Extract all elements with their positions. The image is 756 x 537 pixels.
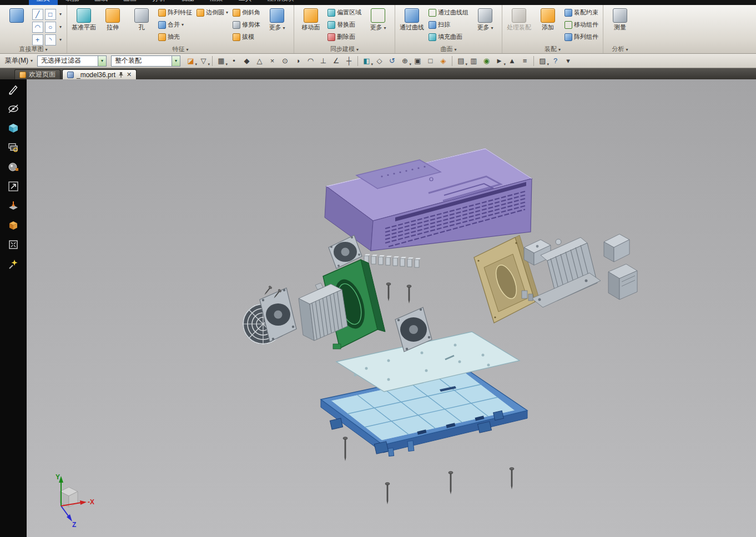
sketch-button[interactable] [3, 6, 31, 23]
exploded-view-icon[interactable] [5, 218, 22, 232]
offset-region-button[interactable]: 偏置区域 [326, 7, 363, 18]
chevron-down-icon[interactable]: ▾ [59, 25, 62, 29]
edge-blend-button[interactable]: 边倒圆 ▾ [195, 7, 230, 18]
ribbon-tab-surface[interactable]: 曲面 [115, 0, 144, 5]
chevron-down-icon[interactable]: ▾ [59, 12, 62, 17]
wireframe-display-icon[interactable]: ◇ [374, 55, 385, 67]
tab-model36-prt[interactable]: _model36.prt ✕ [62, 69, 137, 79]
palette-icon[interactable]: ▨▾ [537, 55, 548, 67]
snap-arc-center-icon[interactable]: ⊙ [279, 55, 291, 67]
part-screw[interactable] [448, 472, 453, 494]
part-screw[interactable] [510, 468, 514, 489]
fillet-tool-button[interactable]: ◝ [45, 34, 56, 45]
move-component-button[interactable]: 移动组件 [563, 19, 600, 31]
view-triad[interactable]: Y Z -X [56, 473, 94, 529]
part-screw[interactable] [385, 483, 390, 504]
section-view-icon[interactable] [5, 199, 22, 213]
exploded-assembly-canvas[interactable]: Y Z -X [27, 79, 756, 537]
part-screw[interactable] [343, 437, 347, 461]
viewport-3d[interactable]: Y Z -X [27, 79, 756, 537]
delete-face-button[interactable]: 删除面 [326, 31, 363, 43]
snap-midpoint-icon[interactable]: △ [254, 55, 265, 67]
snap-quadrant-icon[interactable]: ◑ [292, 55, 304, 67]
selection-scope-icon[interactable]: ◪▾ [185, 55, 196, 67]
more-commands-icon[interactable]: ▾ [562, 55, 574, 67]
close-tab-button[interactable]: ✕ [127, 72, 132, 78]
group-label-surface[interactable]: 曲面 ▾ [395, 45, 502, 53]
point-tool-button[interactable]: + [32, 34, 43, 45]
help-icon[interactable]: ? [550, 55, 561, 67]
process-assembly-button[interactable]: 处理装配 [505, 6, 533, 32]
selection-filter-dropdown[interactable]: 无选择过滤器 ▾ [37, 55, 107, 67]
visual-effects-icon[interactable] [5, 257, 22, 271]
rectangle-tool-button[interactable]: □ [45, 9, 56, 20]
measure-button[interactable]: 测量 [606, 6, 634, 32]
ribbon-tab-curve[interactable]: 曲线 [87, 0, 115, 5]
replace-face-button[interactable]: 替换面 [326, 19, 363, 31]
snap-settings-icon[interactable]: ▦▾ [215, 55, 227, 67]
part-clip-row[interactable] [364, 254, 421, 267]
selection-filter-dropdown-button[interactable]: ▾ [98, 56, 106, 66]
snap-perpendicular-icon[interactable]: ⊥ [317, 55, 329, 67]
chamfer-button[interactable]: 倒斜角 [231, 7, 262, 18]
rotate-view-icon[interactable]: ↺ [386, 55, 398, 67]
show-hide-icon[interactable] [5, 102, 22, 116]
ribbon-tab-render[interactable]: 渲染 [202, 0, 231, 5]
material-sphere-icon[interactable] [5, 160, 22, 174]
ribbon-tab-home[interactable]: 主页 [29, 0, 58, 5]
move-object-icon[interactable]: ►▾ [493, 55, 505, 67]
group-label-feature[interactable]: 特征 ▾ [67, 45, 294, 53]
through-curve-mesh-button[interactable]: 通过曲线组 [427, 7, 470, 18]
unite-button[interactable]: 合并 ▾ [157, 19, 194, 31]
pattern-feature-button[interactable]: 阵列特征 [157, 7, 194, 18]
snap-endpoint-icon[interactable]: ◆ [241, 55, 253, 67]
line-tool-button[interactable]: ╱ [32, 9, 43, 20]
selection-scope-dropdown[interactable]: 整个装配 ▾ [111, 55, 180, 67]
group-label-synchronous-modeling[interactable]: 同步建模 ▾ [294, 45, 395, 53]
ribbon-tab-view[interactable]: 视图 [173, 0, 202, 5]
zoom-view-icon[interactable]: ⊕▾ [399, 55, 411, 67]
draft-button[interactable]: 拔模 [231, 31, 262, 43]
add-component-button[interactable]: 添加 [534, 6, 562, 32]
snap-angle-icon[interactable]: ∠ [330, 55, 342, 67]
group-label-direct-sketch[interactable]: 直接草图 ▾ [0, 45, 67, 53]
selection-scope-dropdown-button[interactable]: ▾ [172, 56, 180, 66]
part-screw[interactable] [263, 286, 272, 296]
datum-plane-button[interactable]: 基准平面 [70, 6, 98, 32]
snap-grid-icon[interactable]: ┼ [343, 55, 355, 67]
group-label-assembly[interactable]: 装配 ▾ [502, 45, 603, 53]
surface-more-button[interactable]: 更多 ▾ [471, 6, 499, 32]
fit-view-icon[interactable] [5, 237, 22, 252]
part-fan-left[interactable] [243, 288, 296, 345]
isometric-view-icon[interactable]: ◈ [437, 55, 449, 67]
ribbon-tab-application[interactable]: 应用模块 [260, 0, 302, 5]
fit-view-icon[interactable]: ▣ [412, 55, 424, 67]
edit-section-icon[interactable]: ▲ [506, 55, 518, 67]
sync-more-button[interactable]: 更多 ▾ [364, 6, 392, 32]
trim-body-button[interactable]: 修剪体 [231, 19, 262, 31]
ribbon-tab-assembly[interactable]: 装配 [58, 0, 87, 5]
shaded-display-icon[interactable]: ◧▾ [361, 55, 372, 67]
part-transformer-group[interactable] [522, 234, 637, 307]
snap-tangent-icon[interactable]: ◠ [305, 55, 316, 67]
selection-filter-icon[interactable]: ▽▾ [198, 55, 209, 67]
snap-intersection-icon[interactable]: × [266, 55, 278, 67]
part-screw[interactable] [407, 285, 411, 303]
window-tile-icon[interactable]: ▥ [468, 55, 480, 67]
ribbon-tab-tools[interactable]: 工具 [231, 0, 260, 5]
arc-tool-button[interactable]: ◠ [32, 22, 43, 33]
hole-button[interactable]: 孔 [128, 6, 155, 32]
tab-welcome-page[interactable]: 欢迎页面 [14, 69, 61, 79]
show-hide-icon[interactable]: ◉ [481, 55, 492, 67]
layer-settings-icon[interactable] [5, 140, 22, 155]
shell-button[interactable]: 抽壳 [157, 31, 194, 43]
assembly-constraints-button[interactable]: 装配约束 [563, 7, 600, 18]
through-curves-button[interactable]: 通过曲线 [398, 6, 426, 32]
window-cascade-icon[interactable]: ▤▾ [455, 55, 467, 67]
part-screw[interactable] [386, 283, 391, 301]
pin-tab-button[interactable] [118, 72, 124, 78]
move-face-button[interactable]: 移动面 [297, 6, 325, 32]
fill-surface-button[interactable]: 填充曲面 [427, 31, 470, 43]
feature-more-button[interactable]: 更多 ▾ [263, 6, 291, 32]
extrude-button[interactable]: 拉伸 [99, 6, 127, 32]
